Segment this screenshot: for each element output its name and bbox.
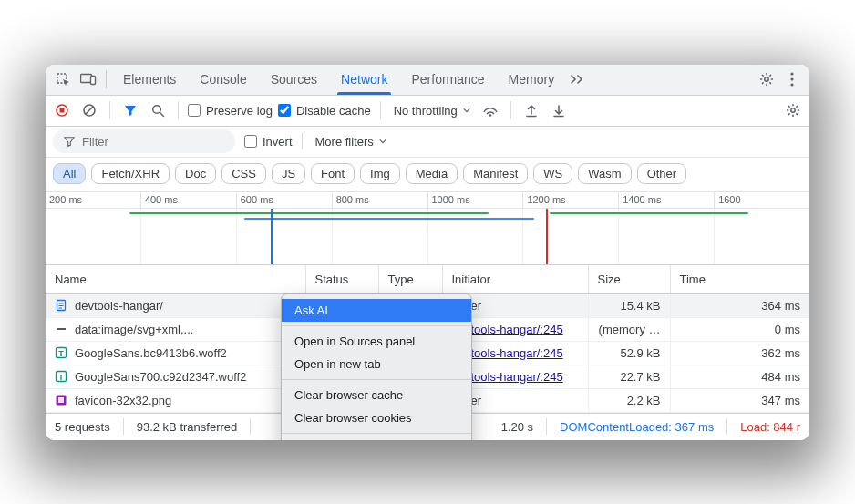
col-name[interactable]: Name bbox=[46, 265, 305, 294]
status-transferred: 93.2 kB transferred bbox=[137, 420, 238, 434]
timeline-marker bbox=[546, 209, 548, 264]
filter-input[interactable] bbox=[53, 129, 235, 153]
size-cell: 2.2 kB bbox=[588, 388, 670, 412]
type-filter-js[interactable]: JS bbox=[272, 163, 305, 184]
svg-point-21 bbox=[489, 114, 491, 117]
col-type[interactable]: Type bbox=[378, 265, 442, 294]
timeline-bar bbox=[489, 218, 520, 220]
tab-console[interactable]: Console bbox=[189, 65, 257, 96]
col-size[interactable]: Size bbox=[588, 265, 670, 294]
kebab-menu-icon[interactable] bbox=[780, 67, 804, 91]
timeline-tick: 600 ms bbox=[236, 192, 332, 208]
tab-performance[interactable]: Performance bbox=[400, 65, 495, 96]
timeline-tick: 1600 bbox=[714, 192, 809, 208]
network-settings-gear-icon[interactable] bbox=[782, 99, 804, 121]
tab-network[interactable]: Network bbox=[330, 65, 398, 96]
type-filter-other[interactable]: Other bbox=[637, 163, 687, 184]
status-domcontentloaded: DOMContentLoaded: 367 ms bbox=[560, 420, 714, 434]
chevron-down-icon bbox=[379, 139, 386, 144]
throttling-dropdown[interactable]: No throttling bbox=[390, 104, 474, 118]
inspect-icon[interactable] bbox=[51, 67, 75, 91]
time-cell: 364 ms bbox=[670, 293, 809, 317]
device-toggle-icon[interactable] bbox=[77, 67, 100, 91]
svg-text:T: T bbox=[58, 349, 64, 358]
time-cell: 347 ms bbox=[670, 388, 809, 412]
svg-line-18 bbox=[86, 107, 93, 114]
filter-toggle-icon[interactable] bbox=[119, 99, 141, 121]
more-filters-dropdown[interactable]: More filters bbox=[312, 135, 390, 149]
type-filter-doc[interactable]: Doc bbox=[175, 163, 216, 184]
svg-rect-16 bbox=[60, 108, 65, 113]
svg-line-11 bbox=[769, 75, 771, 77]
timeline-overview[interactable]: 200 ms400 ms600 ms800 ms1000 ms1200 ms14… bbox=[46, 192, 809, 265]
filter-text-field[interactable] bbox=[82, 135, 224, 149]
size-cell: 52.9 kB bbox=[588, 341, 670, 365]
invert-checkbox[interactable]: Invert bbox=[244, 135, 293, 149]
disable-cache-label: Disable cache bbox=[296, 104, 371, 118]
svg-rect-1 bbox=[81, 75, 92, 83]
devtools-panel: ElementsConsoleSourcesNetworkPerformance… bbox=[46, 65, 809, 440]
svg-line-8 bbox=[762, 75, 764, 77]
svg-line-32 bbox=[796, 106, 798, 108]
context-menu-item[interactable]: Ask AI bbox=[282, 299, 471, 322]
context-menu-item[interactable]: Open in Sources panel bbox=[282, 330, 471, 353]
type-filter-font[interactable]: Font bbox=[311, 163, 355, 184]
tab-memory[interactable]: Memory bbox=[498, 65, 566, 96]
context-menu-item-label: Open in Sources panel bbox=[294, 334, 415, 348]
disable-cache-checkbox[interactable]: Disable cache bbox=[278, 104, 371, 118]
svg-line-30 bbox=[796, 113, 798, 115]
preserve-log-label: Preserve log bbox=[206, 104, 273, 118]
col-initiator[interactable]: Initiator bbox=[442, 265, 588, 294]
tab-sources[interactable]: Sources bbox=[260, 65, 328, 96]
context-menu-item-label: Clear browser cookies bbox=[294, 411, 412, 425]
svg-rect-43 bbox=[58, 397, 64, 403]
more-tabs-chevrons-icon[interactable] bbox=[567, 67, 591, 91]
requests-area: Name Status Type Initiator Size Time dev… bbox=[46, 265, 809, 413]
context-menu-item[interactable]: Clear browser cookies bbox=[282, 406, 471, 429]
timeline-tick: 800 ms bbox=[332, 192, 428, 208]
preserve-log-checkbox[interactable]: Preserve log bbox=[188, 104, 273, 118]
request-name: GoogleSans.bc9413b6.woff2 bbox=[75, 346, 227, 360]
type-filter-fetchxhr[interactable]: Fetch/XHR bbox=[91, 163, 170, 184]
svg-point-13 bbox=[790, 77, 793, 80]
clear-button[interactable] bbox=[78, 99, 100, 121]
status-requests: 5 requests bbox=[55, 420, 110, 434]
more-filters-label: More filters bbox=[315, 135, 374, 149]
svg-line-31 bbox=[788, 113, 790, 115]
type-filter-wasm[interactable]: Wasm bbox=[578, 163, 631, 184]
invert-label: Invert bbox=[263, 135, 293, 149]
type-filter-css[interactable]: CSS bbox=[221, 163, 266, 184]
svg-point-24 bbox=[791, 108, 795, 112]
type-filter-img[interactable]: Img bbox=[360, 163, 400, 184]
svg-line-29 bbox=[788, 106, 790, 108]
download-har-icon[interactable] bbox=[548, 99, 570, 121]
context-menu-item-label: Clear browser cache bbox=[294, 388, 403, 402]
type-filter-chips: AllFetch/XHRDocCSSJSFontImgMediaManifest… bbox=[46, 158, 809, 192]
type-filter-media[interactable]: Media bbox=[406, 163, 458, 184]
type-filter-manifest[interactable]: Manifest bbox=[463, 163, 528, 184]
type-filter-ws[interactable]: WS bbox=[533, 163, 572, 184]
col-status[interactable]: Status bbox=[305, 265, 378, 294]
request-name: data:image/svg+xml,... bbox=[75, 323, 193, 336]
record-button[interactable] bbox=[51, 99, 73, 121]
settings-gear-icon[interactable] bbox=[755, 67, 778, 91]
size-cell: 22.7 kB bbox=[588, 365, 670, 388]
svg-text:T: T bbox=[58, 373, 64, 382]
timeline-tick: 1400 ms bbox=[618, 192, 714, 208]
context-menu-item[interactable]: Clear browser cache bbox=[282, 384, 471, 406]
context-menu-item[interactable]: Copy bbox=[282, 437, 471, 440]
timeline-bar bbox=[129, 212, 489, 214]
type-filter-all[interactable]: All bbox=[53, 163, 86, 184]
context-menu-item-label: Ask AI bbox=[294, 303, 328, 317]
size-cell: (memory … bbox=[588, 317, 670, 341]
network-toolbar: Preserve log Disable cache No throttling bbox=[46, 96, 809, 127]
top-tabs: ElementsConsoleSourcesNetworkPerformance… bbox=[46, 65, 809, 96]
context-menu-item[interactable]: Open in new tab bbox=[282, 353, 471, 375]
tab-elements[interactable]: Elements bbox=[112, 65, 187, 96]
network-conditions-icon[interactable] bbox=[479, 99, 501, 121]
search-icon[interactable] bbox=[147, 99, 169, 121]
upload-har-icon[interactable] bbox=[520, 99, 542, 121]
timeline-tick: 1000 ms bbox=[428, 192, 523, 208]
svg-point-14 bbox=[790, 83, 793, 86]
col-time[interactable]: Time bbox=[670, 265, 809, 294]
